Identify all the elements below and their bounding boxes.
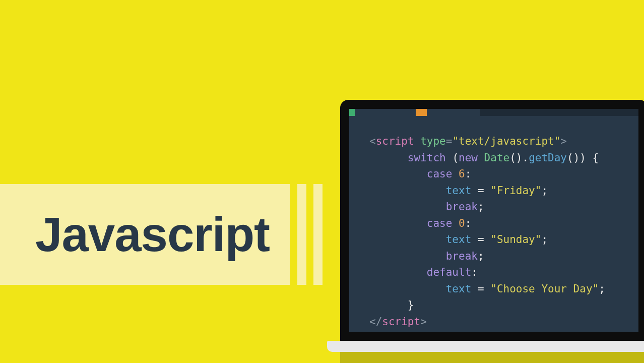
decorative-stripe — [313, 184, 323, 285]
code-token: text — [446, 283, 472, 295]
laptop-base — [327, 341, 644, 352]
code-token: "Friday" — [490, 185, 541, 197]
title-text: Javascript — [35, 207, 270, 262]
code-token: case — [427, 168, 453, 180]
code-token: case — [427, 217, 453, 229]
code-token: default — [427, 266, 472, 278]
code-token: : — [465, 168, 472, 180]
code-token: "Sunday" — [490, 233, 541, 246]
code-token: < — [369, 135, 376, 147]
code-token: > — [420, 316, 427, 328]
code-token: Date — [478, 152, 509, 164]
code-token: script — [376, 135, 414, 147]
code-token: "text/javascript" — [452, 135, 560, 147]
code-token: 6 — [452, 168, 465, 180]
laptop-illustration: <script type="text/javascript"> switch (… — [340, 100, 644, 352]
code-token: = — [446, 135, 453, 147]
code-token: ; — [599, 283, 605, 295]
tab-indicator-green — [349, 109, 355, 116]
code-token: new — [459, 152, 478, 164]
laptop-frame: <script type="text/javascript"> switch (… — [340, 100, 644, 341]
code-token: </ — [369, 316, 382, 328]
code-token: break — [446, 250, 478, 262]
tab-inactive-area — [480, 109, 638, 116]
code-token: } — [408, 299, 414, 311]
code-token: script — [382, 316, 420, 328]
tab-indicator-orange — [416, 109, 427, 116]
code-token: ; — [478, 250, 484, 262]
code-token: text — [446, 233, 472, 246]
code-token: "Choose Your Day" — [490, 283, 599, 295]
code-token: > — [560, 135, 567, 147]
code-token: ; — [478, 201, 484, 213]
title-banner: Javascript — [0, 184, 290, 285]
code-token: type — [414, 135, 446, 147]
code-block: <script type="text/javascript"> switch (… — [369, 133, 628, 330]
code-token: ; — [541, 233, 548, 246]
code-token: : — [471, 266, 478, 278]
code-token: break — [446, 201, 478, 213]
code-token: text — [446, 185, 472, 197]
code-token: ; — [541, 185, 548, 197]
code-token: 0 — [452, 217, 465, 229]
laptop-shadow — [340, 350, 644, 363]
code-token: = — [471, 283, 490, 295]
code-token: : — [465, 217, 472, 229]
code-token: switch — [408, 152, 446, 164]
code-token: getDay — [529, 152, 567, 164]
code-token: = — [471, 233, 490, 246]
code-editor-screen: <script type="text/javascript"> switch (… — [349, 109, 638, 332]
code-token: ()) { — [567, 152, 599, 164]
code-token: ( — [452, 152, 459, 164]
code-token: (). — [509, 152, 529, 164]
code-token: = — [471, 185, 490, 197]
decorative-stripe — [297, 184, 306, 285]
